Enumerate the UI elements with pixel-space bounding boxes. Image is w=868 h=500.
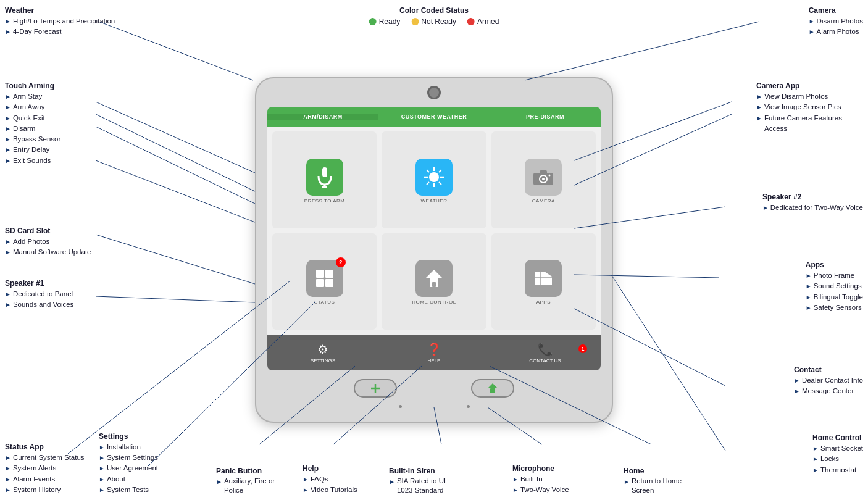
arrow-icon: ► <box>5 248 11 257</box>
arrow-icon: ► <box>624 477 630 486</box>
speaker1-item-1: ► Dedicated to Panel <box>5 289 73 299</box>
apps-annotation: Apps ► Photo Frame ► Sound Settings ► Bi… <box>806 259 863 313</box>
user-agreement-item: ► User Agreement <box>99 463 158 473</box>
microphone-item-2: ► Two-Way Voice <box>512 485 569 495</box>
home-annotation: Home ► Return to Home Screen <box>624 465 687 495</box>
tab-pre-disarm[interactable]: PRE-DISARM <box>490 114 601 120</box>
alarm-photos-item: ► Alarm Photos <box>809 27 863 37</box>
system-history-item: ► System History <box>5 485 85 495</box>
svg-line-35 <box>96 235 255 284</box>
status-icon: 2 <box>306 260 343 297</box>
settings-icon: ⚙ <box>317 342 328 357</box>
arrow-icon: ► <box>5 485 11 494</box>
weather-item-2: ► 4-Day Forecast <box>5 27 115 37</box>
arrow-icon: ► <box>756 92 762 101</box>
home-control-item-3: ► Thermostat <box>812 465 863 475</box>
svg-line-9 <box>439 182 441 185</box>
current-system-item: ► Current System Status <box>5 452 85 463</box>
page-wrapper: Color Coded Status Ready Not Ready Armed… <box>0 0 868 500</box>
apps-item-4: ► Safety Sensors <box>806 302 863 313</box>
svg-line-34 <box>96 160 255 222</box>
disarm-item: ► Disarm <box>5 123 61 134</box>
home-item-1: ► Return to Home Screen <box>624 477 687 495</box>
speaker2-annotation: Speaker #2 ► Dedicated for Two-Way Voice <box>762 191 863 213</box>
ready-dot <box>369 18 377 25</box>
alarm-events-item: ► Alarm Events <box>5 474 85 485</box>
arrow-icon: ► <box>99 464 105 473</box>
weather-cell[interactable]: WEATHER <box>382 131 486 228</box>
future-camera-item: ► Future Camera Features Access <box>756 113 863 135</box>
svg-point-3 <box>429 172 439 182</box>
settings-cell[interactable]: ⚙ SETTINGS <box>267 342 378 364</box>
touch-arming-annotation: Touch Arming ► Arm Stay ► Arm Away ► Qui… <box>5 80 61 166</box>
arrow-icon: ► <box>99 475 105 484</box>
arrow-icon: ► <box>5 92 11 101</box>
apps-item-1: ► Photo Frame <box>806 270 863 281</box>
camera-cell[interactable]: CAMERA <box>491 131 596 228</box>
weather-icon <box>415 159 453 196</box>
home-title: Home <box>624 465 687 477</box>
contact-us-label: CONTACT US <box>529 358 561 364</box>
arrow-icon: ► <box>812 454 819 464</box>
svg-rect-18 <box>325 270 333 278</box>
press-to-arm-cell[interactable]: PRESS TO ARM <box>272 131 377 228</box>
arrow-icon: ► <box>806 271 812 280</box>
arm-stay-item: ► Arm Stay <box>5 91 61 102</box>
apps-label: APPS <box>536 299 551 305</box>
apps-item-3: ► Bilingual Toggle <box>806 292 863 302</box>
device-dots <box>267 405 601 408</box>
svg-point-16 <box>549 174 551 176</box>
sd-card-title: SD Card Slot <box>5 225 91 236</box>
arrow-icon: ► <box>5 290 11 299</box>
not-ready-label: Not Ready <box>421 17 456 26</box>
apps-cell[interactable]: APPS <box>491 233 596 330</box>
contact-us-cell[interactable]: 📞 CONTACT US 1 <box>490 342 601 364</box>
arrow-icon: ► <box>809 27 815 36</box>
help-annotation: Help ► FAQs ► Video Tutorials <box>303 463 357 496</box>
quick-exit-item: ► Quick Exit <box>5 113 61 123</box>
speaker2-item-1: ► Dedicated for Two-Way Voice <box>762 202 863 213</box>
svg-line-43 <box>611 275 725 451</box>
help-title: Help <box>303 463 357 474</box>
screen-icons-grid: PRESS TO ARM <box>267 127 601 335</box>
armed-dot <box>467 18 475 25</box>
help-icon: ❓ <box>427 342 442 357</box>
camera-annotation: Camera ► Disarm Photos ► Alarm Photos <box>809 5 863 38</box>
entry-delay-item: ► Entry Delay <box>5 144 61 155</box>
apps-title: Apps <box>806 259 863 270</box>
arrow-icon: ► <box>99 453 105 462</box>
panic-button-title: Panic Button <box>216 465 280 477</box>
armed-label: Armed <box>477 17 499 26</box>
tab-weather[interactable]: CUSTOMER WEATHER <box>378 114 490 120</box>
svg-line-32 <box>96 114 255 191</box>
faqs-item: ► FAQs <box>303 474 357 485</box>
contact-annotation: Contact ► Dealer Contact Info ► Message … <box>794 364 863 397</box>
settings-title: Settings <box>99 431 158 442</box>
not-ready-dot <box>411 18 419 25</box>
status-label: STATUS <box>314 299 335 305</box>
help-label: HELP <box>428 358 441 364</box>
status-cell[interactable]: 2 STATUS <box>272 233 377 330</box>
help-cell[interactable]: ❓ HELP <box>378 342 490 364</box>
svg-line-37 <box>525 22 759 80</box>
microphone-item-1: ► Built-In <box>512 474 569 485</box>
system-alerts-item: ► System Alerts <box>5 463 85 473</box>
arrow-icon: ► <box>5 17 11 26</box>
home-control-cell[interactable]: HOME CONTROL <box>382 233 486 330</box>
plus-button[interactable] <box>354 379 397 398</box>
speaker1-item-2: ► Sounds and Voices <box>5 299 73 310</box>
view-image-sensor-item: ► View Image Sensor Pics <box>756 102 863 112</box>
color-status-indicators: Ready Not Ready Armed <box>369 17 499 26</box>
arrow-icon: ► <box>5 135 11 144</box>
contact-title: Contact <box>794 364 863 375</box>
svg-rect-23 <box>432 282 436 287</box>
video-tutorials-item: ► Video Tutorials <box>303 485 357 495</box>
arrow-icon: ► <box>5 464 11 473</box>
status-badge: 2 <box>336 257 346 267</box>
screen-bottom-bar: ⚙ SETTINGS ❓ HELP 📞 CONTACT US 1 <box>267 335 601 370</box>
siren-title: Built-In Siren <box>389 465 465 477</box>
dot-left <box>399 405 402 408</box>
contact-item-1: ► Dealer Contact Info <box>794 375 863 386</box>
tab-arm-disarm[interactable]: ARM/DISARM <box>267 114 378 120</box>
home-button[interactable] <box>471 379 514 398</box>
